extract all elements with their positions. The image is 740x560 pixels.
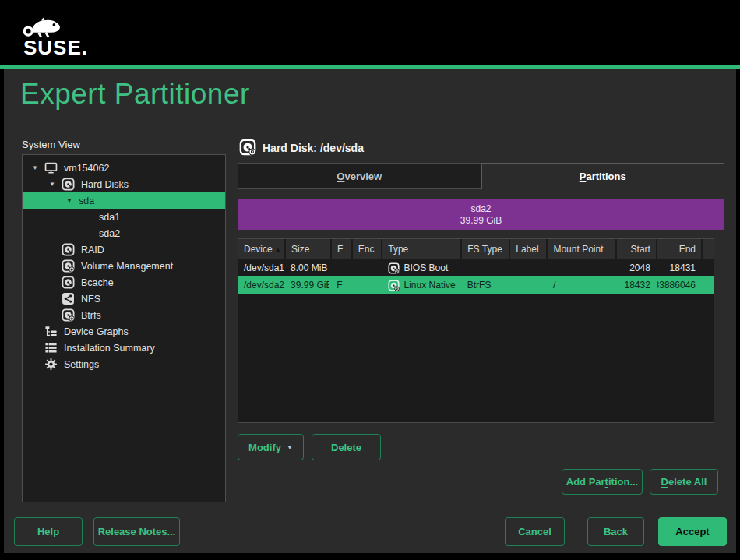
help-button[interactable]: Help bbox=[14, 517, 83, 546]
column-header-label[interactable]: Label bbox=[510, 239, 546, 259]
sidebar-item-label: Installation Summary bbox=[64, 343, 155, 354]
column-header-device[interactable]: Device▲ bbox=[238, 239, 284, 259]
expert-partitioner-window: SUSE. Expert Partitioner System View ▼ v… bbox=[0, 0, 740, 560]
sidebar-item-label: Btrfs bbox=[81, 310, 101, 321]
device-graphs-icon bbox=[44, 325, 58, 338]
hard-disk-icon bbox=[239, 139, 256, 156]
column-header-f[interactable]: F bbox=[332, 239, 351, 259]
sidebar-item-sda2[interactable]: sda2 bbox=[23, 225, 225, 241]
sidebar-item-sda1[interactable]: sda1 bbox=[23, 209, 225, 225]
sort-ascending-icon: ▲ bbox=[275, 246, 281, 253]
expand-arrow-icon[interactable]: ▼ bbox=[46, 181, 58, 188]
table-header-row: Device▲ Size F Enc Type FS Type Label Mo… bbox=[238, 239, 714, 259]
volume-management-icon bbox=[62, 259, 75, 273]
banner-divider bbox=[0, 65, 740, 69]
add-partition-button[interactable]: Add Partition... bbox=[562, 469, 643, 495]
partition-segment-size: 39.99 GiB bbox=[460, 215, 502, 227]
release-notes-button[interactable]: Release Notes... bbox=[93, 517, 180, 546]
cancel-button[interactable]: Cancel bbox=[505, 517, 565, 546]
sidebar-item-sda[interactable]: ▼ sda bbox=[23, 192, 225, 209]
sidebar-item-volume-management[interactable]: Volume Management bbox=[23, 258, 225, 274]
sidebar-item-label: Bcache bbox=[81, 277, 114, 288]
installation-summary-icon bbox=[44, 341, 58, 354]
sidebar-item-bcache[interactable]: Bcache bbox=[23, 274, 225, 291]
nfs-icon bbox=[62, 292, 75, 305]
column-header-filler bbox=[703, 239, 714, 259]
back-button[interactable]: Back bbox=[587, 517, 644, 546]
delete-button[interactable]: Delete bbox=[312, 434, 381, 460]
tab-partitions[interactable]: Partitions bbox=[481, 163, 725, 189]
sidebar-item-label: Settings bbox=[64, 359, 99, 370]
table-row-sda2[interactable]: /dev/sda2 39.99 GiB F Linux Native BtrFS… bbox=[238, 276, 714, 294]
suse-logo: SUSE. bbox=[12, 8, 98, 58]
sidebar-item-label: vm154062 bbox=[64, 163, 109, 174]
btrfs-icon bbox=[62, 308, 75, 322]
sidebar-item-installation-summary[interactable]: Installation Summary bbox=[23, 340, 225, 356]
column-header-type[interactable]: Type bbox=[382, 239, 460, 259]
sda2-partition-segment[interactable]: sda2 39.99 GiB bbox=[238, 199, 724, 230]
column-header-enc[interactable]: Enc bbox=[353, 239, 381, 259]
partitions-table: Device▲ Size F Enc Type FS Type Label Mo… bbox=[238, 238, 714, 423]
sidebar-item-label: RAID bbox=[81, 245, 104, 255]
expand-arrow-icon[interactable]: ▼ bbox=[29, 164, 41, 171]
sidebar-item-btrfs[interactable]: Btrfs bbox=[23, 307, 225, 323]
chevron-down-icon: ▼ bbox=[287, 444, 293, 451]
tab-overview[interactable]: Overview bbox=[238, 163, 481, 189]
system-view-label: System View bbox=[22, 139, 80, 150]
sidebar-item-label: Hard Disks bbox=[81, 179, 129, 190]
disk-tabs: Overview Partitions bbox=[238, 163, 724, 189]
raid-icon bbox=[62, 243, 75, 256]
page-title: Expert Partitioner bbox=[20, 78, 250, 111]
column-header-size[interactable]: Size bbox=[286, 239, 330, 259]
gear-icon bbox=[44, 357, 58, 371]
sidebar-item-raid[interactable]: RAID bbox=[23, 241, 225, 258]
column-header-fs-type[interactable]: FS Type bbox=[462, 239, 509, 259]
partition-type-icon bbox=[388, 280, 400, 291]
sidebar-item-label: sda2 bbox=[99, 228, 120, 239]
system-view-tree[interactable]: ▼ vm154062 ▼ Hard Disks ▼ sda sda1 sda2 … bbox=[22, 154, 226, 502]
delete-all-button[interactable]: Delete All bbox=[650, 469, 718, 495]
sidebar-item-label: sda bbox=[79, 195, 94, 206]
partition-type-icon bbox=[388, 262, 400, 274]
modify-button[interactable]: Modify ▼ bbox=[238, 434, 304, 460]
partition-segment-name: sda2 bbox=[470, 203, 491, 215]
sidebar-item-device-graphs[interactable]: Device Graphs bbox=[23, 323, 225, 340]
sidebar-item-label: Volume Management bbox=[81, 261, 173, 272]
computer-icon bbox=[44, 161, 58, 174]
suse-wordmark: SUSE. bbox=[23, 36, 88, 60]
top-banner: SUSE. bbox=[0, 0, 740, 65]
table-row-sda1[interactable]: /dev/sda1 8.00 MiB BIOS Boot 2048 18431 bbox=[238, 259, 714, 276]
disk-panel-title: Hard Disk: /dev/sda bbox=[263, 142, 364, 154]
column-header-end[interactable]: End bbox=[657, 239, 701, 259]
accept-button[interactable]: Accept bbox=[658, 517, 727, 546]
column-header-start[interactable]: Start bbox=[617, 239, 656, 259]
sidebar-item-settings[interactable]: Settings bbox=[23, 356, 225, 372]
hard-disk-icon bbox=[62, 178, 75, 191]
sidebar-item-hard-disks[interactable]: ▼ Hard Disks bbox=[23, 176, 225, 192]
expand-arrow-icon[interactable]: ▼ bbox=[63, 197, 76, 204]
column-header-mount-point[interactable]: Mount Point bbox=[548, 239, 615, 259]
sidebar-item-label: NFS bbox=[81, 294, 100, 305]
bcache-icon bbox=[62, 276, 75, 289]
sidebar-item-label: sda1 bbox=[99, 212, 120, 223]
sidebar-item-nfs[interactable]: NFS bbox=[23, 291, 225, 307]
sidebar-item-vm154062[interactable]: ▼ vm154062 bbox=[23, 160, 225, 176]
sidebar-item-label: Device Graphs bbox=[64, 326, 129, 337]
